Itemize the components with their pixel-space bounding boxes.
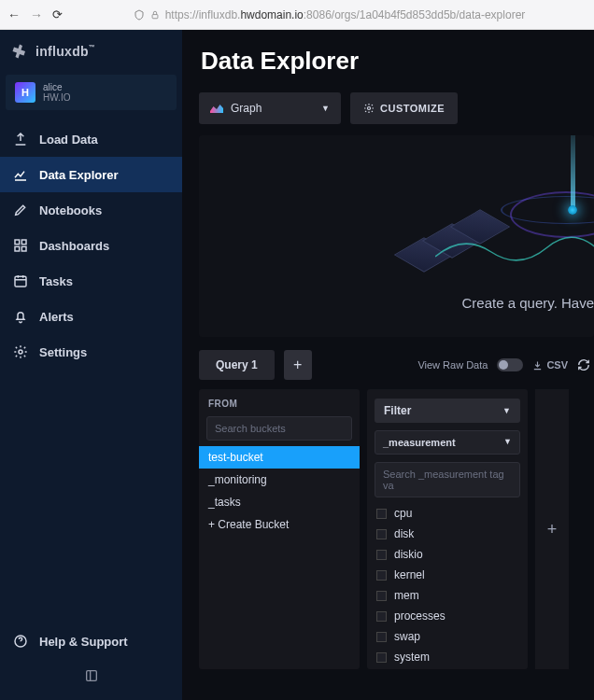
- svg-rect-4: [21, 246, 26, 251]
- visualization-panel: Create a query. Have: [199, 135, 594, 337]
- sidebar-item-data-explorer[interactable]: Data Explorer: [0, 157, 182, 192]
- customize-label: CUSTOMIZE: [380, 103, 445, 114]
- back-button[interactable]: ←: [7, 7, 21, 22]
- grid-icon: [13, 238, 28, 253]
- filter-header[interactable]: Filter ▼: [375, 399, 520, 423]
- search-buckets-input[interactable]: Search buckets: [206, 416, 352, 441]
- csv-download-button[interactable]: CSV: [532, 359, 568, 371]
- tag-item[interactable]: cpu: [375, 503, 520, 524]
- chevron-down-icon: ▼: [503, 437, 512, 448]
- tag-label: cpu: [394, 507, 412, 520]
- tag-item[interactable]: system: [375, 647, 520, 667]
- avatar: H: [15, 82, 35, 103]
- lock-icon: [150, 9, 160, 21]
- sidebar-item-label: Data Explorer: [39, 168, 119, 182]
- reload-button[interactable]: ⟳: [52, 7, 63, 21]
- brand-label: influxdb™: [35, 44, 95, 59]
- tag-item[interactable]: mem: [375, 585, 520, 606]
- shield-icon: [134, 9, 145, 21]
- gear-icon: [363, 103, 375, 114]
- sidebar-item-dashboards[interactable]: Dashboards: [0, 228, 182, 263]
- tag-label: system: [394, 651, 430, 664]
- bell-icon: [13, 309, 28, 324]
- sidebar-item-load-data[interactable]: Load Data: [0, 121, 182, 157]
- view-raw-data-label: View Raw Data: [417, 359, 488, 371]
- tag-item[interactable]: disk: [375, 524, 520, 544]
- sidebar-item-notebooks[interactable]: Notebooks: [0, 192, 182, 228]
- user-name: alice: [43, 82, 70, 92]
- visualization-type-label: Graph: [231, 102, 262, 115]
- add-query-button[interactable]: +: [284, 350, 312, 380]
- checkbox[interactable]: [376, 652, 387, 663]
- query-tab[interactable]: Query 1: [199, 350, 275, 380]
- svg-rect-1: [15, 240, 20, 245]
- tag-label: processes: [394, 609, 446, 623]
- main-content: Data Explorer Graph ▼ CUSTOMIZE Cre: [182, 30, 594, 700]
- bucket-item[interactable]: _tasks: [199, 491, 360, 513]
- forward-button[interactable]: →: [30, 7, 43, 22]
- url-text: https://influxdb.hwdomain.io:8086/orgs/1…: [165, 8, 526, 21]
- tag-item[interactable]: diskio: [375, 544, 520, 565]
- brand[interactable]: influxdb™: [0, 30, 182, 73]
- download-icon: [532, 360, 543, 371]
- filter-panel: Filter ▼ _measurement ▼ Search _measurem…: [367, 389, 528, 669]
- customize-button[interactable]: CUSTOMIZE: [350, 92, 458, 124]
- upload-icon: [13, 132, 28, 147]
- sidebar-item-label: Help & Support: [39, 635, 128, 649]
- tag-label: kernel: [394, 568, 425, 581]
- chart-icon: [13, 167, 28, 182]
- sidebar-item-label: Notebooks: [39, 203, 102, 217]
- svg-rect-3: [15, 246, 20, 251]
- collapse-sidebar-button[interactable]: [0, 659, 182, 693]
- bucket-item[interactable]: test-bucket: [199, 446, 360, 469]
- search-measurement-input[interactable]: Search _measurement tag va: [375, 462, 520, 497]
- sidebar-item-alerts[interactable]: Alerts: [0, 299, 182, 334]
- sidebar-item-settings[interactable]: Settings: [0, 334, 182, 370]
- sidebar-item-label: Settings: [39, 345, 87, 359]
- graph-icon: [210, 104, 223, 113]
- svg-rect-2: [21, 240, 26, 245]
- tag-label: mem: [394, 589, 419, 602]
- calendar-icon: [13, 273, 28, 288]
- svg-rect-0: [152, 14, 158, 18]
- url-bar[interactable]: https://influxdb.hwdomain.io:8086/orgs/1…: [72, 8, 587, 21]
- sidebar-item-label: Tasks: [39, 274, 73, 288]
- svg-rect-5: [15, 276, 26, 287]
- sidebar-item-label: Alerts: [39, 310, 74, 324]
- sidebar-item-label: Load Data: [39, 133, 98, 147]
- tag-item[interactable]: swap: [375, 626, 520, 647]
- checkbox[interactable]: [376, 570, 387, 581]
- tag-label: diskio: [394, 548, 423, 561]
- tag-item[interactable]: processes: [375, 606, 520, 626]
- refresh-button[interactable]: [577, 358, 590, 371]
- checkbox[interactable]: [376, 509, 387, 519]
- checkbox[interactable]: [376, 632, 387, 642]
- add-filter-button[interactable]: +: [535, 389, 569, 669]
- empty-state-text: Create a query. Have: [462, 295, 594, 311]
- tag-label: disk: [394, 527, 414, 540]
- sidebar-item-help[interactable]: Help & Support: [0, 623, 182, 659]
- checkbox[interactable]: [376, 591, 387, 601]
- create-bucket-button[interactable]: + Create Bucket: [199, 513, 360, 536]
- tag-item[interactable]: kernel: [375, 565, 520, 585]
- influxdb-logo-icon: [11, 43, 28, 60]
- tag-label: swap: [394, 630, 420, 643]
- svg-point-6: [19, 350, 22, 354]
- bucket-item[interactable]: _monitoring: [199, 469, 360, 491]
- checkbox[interactable]: [376, 550, 387, 560]
- from-label: FROM: [199, 399, 360, 416]
- sidebar-item-tasks[interactable]: Tasks: [0, 263, 182, 299]
- user-card[interactable]: H alice HW.IO: [6, 75, 177, 110]
- measurement-select[interactable]: _measurement ▼: [375, 430, 520, 455]
- browser-toolbar: ← → ⟳ https://influxdb.hwdomain.io:8086/…: [0, 0, 594, 30]
- visualization-type-select[interactable]: Graph ▼: [199, 92, 341, 124]
- sidebar: influxdb™ H alice HW.IO Load Data Data E…: [0, 30, 182, 700]
- view-raw-data-toggle[interactable]: [497, 358, 523, 371]
- sidebar-item-label: Dashboards: [39, 239, 109, 253]
- chevron-down-icon: ▼: [502, 406, 511, 415]
- checkbox[interactable]: [376, 529, 387, 539]
- svg-point-9: [368, 107, 371, 110]
- checkbox[interactable]: [376, 611, 387, 622]
- empty-state-illustration: [407, 154, 594, 303]
- svg-rect-8: [86, 671, 96, 681]
